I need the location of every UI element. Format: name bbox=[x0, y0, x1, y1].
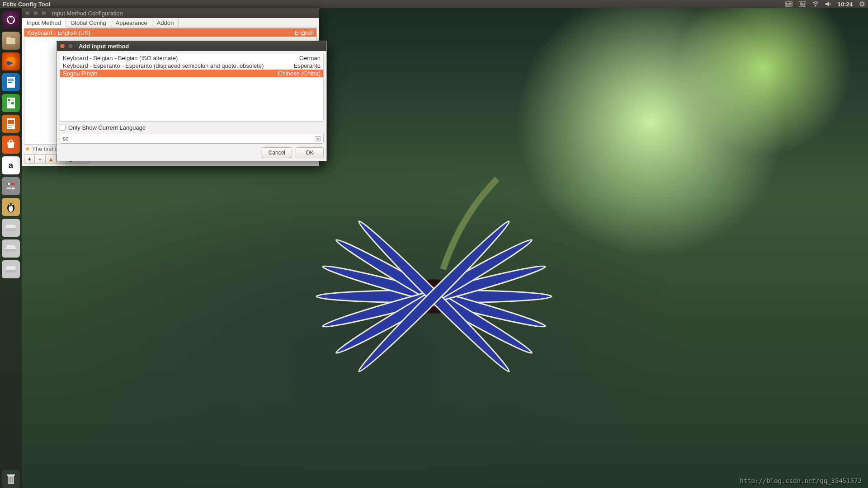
add-input-method-dialog: Add input method Keyboard - Belgian - Be… bbox=[57, 41, 327, 161]
minus-icon: － bbox=[37, 155, 43, 163]
svg-point-5 bbox=[321, 261, 547, 332]
close-icon[interactable] bbox=[60, 43, 65, 49]
svg-point-34 bbox=[13, 20, 15, 22]
svg-rect-61 bbox=[5, 270, 16, 272]
svg-point-58 bbox=[12, 204, 13, 206]
svg-point-57 bbox=[9, 204, 10, 206]
remove-button[interactable]: － bbox=[35, 154, 46, 164]
only-current-language-row[interactable]: Only Show Current Language bbox=[60, 124, 324, 131]
tab-bar: Input Method Global Config Appearance Ad… bbox=[22, 18, 319, 28]
firefox-icon[interactable] bbox=[2, 52, 20, 70]
plus-icon: ＋ bbox=[27, 155, 33, 163]
list-item[interactable]: Keyboard - Esperanto - Esperanto (displa… bbox=[60, 62, 323, 70]
star-icon: ★ bbox=[25, 145, 30, 152]
list-item[interactable]: Sogou Pinyin Chinese (China) bbox=[60, 70, 323, 77]
top-panel: Fcitx Config Tool 10:24 bbox=[0, 0, 658, 8]
dialog-title: Add input method bbox=[79, 43, 129, 50]
checkbox[interactable] bbox=[60, 125, 66, 131]
panel-app-title: Fcitx Config Tool bbox=[3, 1, 50, 8]
svg-point-2 bbox=[316, 290, 552, 303]
dash-icon[interactable] bbox=[2, 11, 20, 29]
checkbox-label: Only Show Current Language bbox=[68, 124, 146, 131]
close-icon[interactable] bbox=[25, 10, 30, 16]
svg-point-53 bbox=[8, 183, 10, 185]
window-title: Input Method Configuration bbox=[52, 10, 123, 17]
im-name: Keyboard - Belgian - Belgian (ISO altern… bbox=[63, 55, 178, 61]
tab-addon[interactable]: Addon bbox=[152, 18, 179, 28]
add-button[interactable]: ＋ bbox=[24, 154, 35, 164]
svg-rect-60 bbox=[5, 249, 16, 252]
svg-point-0 bbox=[409, 279, 459, 314]
svg-rect-41 bbox=[8, 82, 12, 83]
minimize-icon[interactable] bbox=[68, 43, 73, 49]
drive-icon[interactable] bbox=[2, 260, 20, 278]
svg-point-33 bbox=[7, 20, 9, 22]
window-titlebar[interactable]: Input Method Configuration bbox=[22, 8, 319, 18]
svg-rect-59 bbox=[5, 228, 16, 231]
svg-rect-49 bbox=[8, 125, 14, 126]
ok-button[interactable]: OK bbox=[296, 147, 324, 158]
tab-appearance[interactable]: Appearance bbox=[111, 18, 152, 28]
software-center-icon[interactable] bbox=[2, 136, 20, 154]
tab-global-config[interactable]: Global Config bbox=[66, 18, 111, 28]
im-name: Keyboard - English (US) bbox=[27, 29, 90, 36]
im-lang: German bbox=[299, 55, 321, 61]
im-lang: English bbox=[294, 29, 314, 36]
up-icon: ▲ bbox=[48, 156, 54, 163]
svg-rect-50 bbox=[8, 127, 12, 128]
svg-rect-39 bbox=[8, 79, 14, 80]
amazon-icon[interactable]: a bbox=[2, 156, 20, 174]
svg-point-7 bbox=[355, 218, 513, 369]
cancel-button[interactable]: Cancel bbox=[262, 147, 292, 158]
clear-icon[interactable] bbox=[315, 136, 321, 142]
move-up-button[interactable]: ▲ bbox=[46, 154, 57, 164]
svg-point-1 bbox=[418, 286, 450, 306]
svg-point-8 bbox=[355, 218, 513, 369]
im-name: Keyboard - Esperanto - Esperanto (displa… bbox=[63, 62, 264, 69]
calc-icon[interactable] bbox=[2, 94, 20, 112]
svg-rect-43 bbox=[8, 99, 10, 101]
settings-icon[interactable] bbox=[2, 177, 20, 195]
maximize-icon[interactable] bbox=[41, 10, 47, 16]
svg-rect-46 bbox=[11, 102, 14, 104]
unity-launcher: a bbox=[0, 8, 22, 369]
im-lang: Chinese (China) bbox=[278, 70, 321, 77]
svg-point-4 bbox=[333, 235, 535, 358]
search-input[interactable] bbox=[60, 134, 324, 144]
list-item[interactable]: Keyboard - Belgian - Belgian (ISO altern… bbox=[60, 54, 323, 62]
svg-rect-48 bbox=[8, 120, 14, 124]
svg-point-6 bbox=[333, 235, 535, 358]
tab-input-method[interactable]: Input Method bbox=[22, 18, 66, 28]
svg-rect-40 bbox=[8, 80, 14, 81]
svg-rect-44 bbox=[11, 99, 14, 101]
penguin-icon[interactable] bbox=[2, 198, 20, 216]
im-name: Sogou Pinyin bbox=[63, 70, 98, 77]
list-item[interactable]: Keyboard - English (US) English bbox=[24, 28, 316, 37]
svg-point-3 bbox=[321, 261, 547, 332]
writer-icon[interactable] bbox=[2, 73, 20, 91]
svg-rect-36 bbox=[6, 37, 10, 39]
drive-icon[interactable] bbox=[2, 239, 20, 258]
dialog-list[interactable]: Keyboard - Belgian - Belgian (ISO altern… bbox=[60, 54, 324, 122]
files-icon[interactable] bbox=[2, 32, 20, 50]
svg-rect-45 bbox=[8, 102, 10, 104]
wallpaper-flower bbox=[231, 165, 637, 369]
minimize-icon[interactable] bbox=[33, 10, 38, 16]
impress-icon[interactable] bbox=[2, 115, 20, 133]
svg-point-54 bbox=[11, 187, 14, 190]
svg-point-32 bbox=[10, 16, 12, 18]
drive-icon[interactable] bbox=[2, 219, 20, 237]
im-lang: Esperanto bbox=[294, 62, 321, 69]
dialog-titlebar[interactable]: Add input method bbox=[57, 41, 326, 51]
